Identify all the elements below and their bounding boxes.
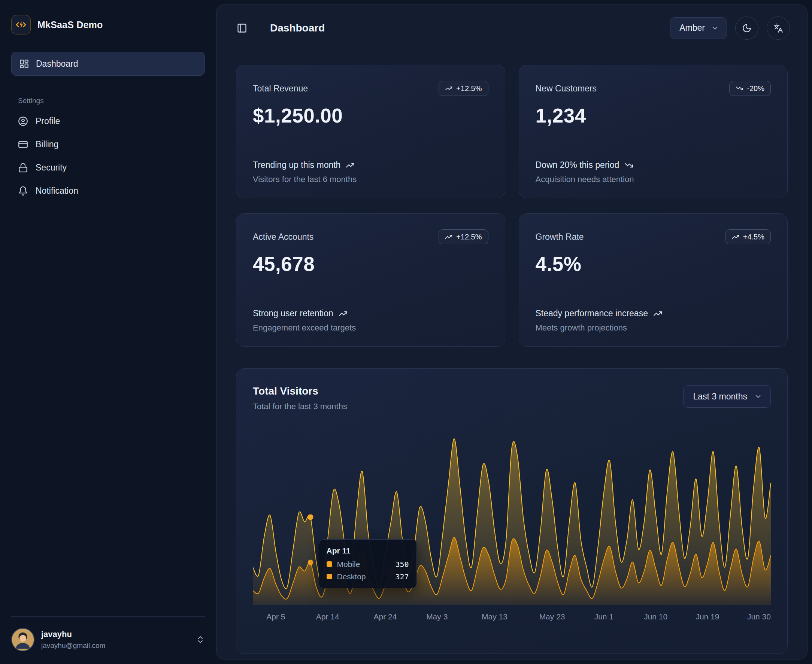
divider — [260, 22, 260, 34]
stat-trend-text: Down 20% this period — [536, 160, 619, 170]
trend-badge: +12.5% — [438, 229, 488, 244]
trending-down-icon — [736, 85, 743, 92]
user-name: javayhu — [41, 629, 105, 640]
sidebar-item-label: Dashboard — [36, 59, 78, 69]
stat-trend-text: Steady performance increase — [536, 308, 648, 319]
sidebar: MkSaaS Demo Dashboard Settings Profile B… — [0, 0, 216, 664]
badge-value: -20% — [747, 84, 765, 93]
time-range-value: Last 3 months — [693, 392, 747, 402]
trending-down-icon — [624, 161, 633, 170]
stat-trend-text: Strong user retention — [253, 308, 333, 319]
avatar — [11, 628, 34, 651]
bell-icon — [18, 186, 28, 196]
sidebar-toggle-button[interactable] — [234, 20, 250, 36]
trend-badge: -20% — [729, 81, 771, 96]
x-axis-label: Jun 19 — [695, 612, 719, 621]
sidebar-item-label: Security — [36, 163, 67, 173]
sidebar-item-security[interactable]: Security — [11, 156, 205, 179]
panel-left-icon — [237, 23, 247, 33]
moon-icon — [742, 23, 752, 33]
stat-value: 1,234 — [536, 104, 771, 127]
x-axis-label: Jun 1 — [594, 612, 614, 621]
stat-card-active-accounts: Active Accounts +12.5% 45,678 Strong use… — [236, 213, 505, 347]
x-axis-label: May 3 — [426, 612, 448, 621]
x-axis-label: Apr 14 — [316, 612, 339, 621]
theme-select[interactable]: Amber — [670, 17, 727, 39]
sidebar-section-settings: Settings — [18, 97, 205, 105]
x-axis-label: May 13 — [482, 612, 508, 621]
stats-grid: Total Revenue +12.5% $1,250.00 Trending … — [236, 65, 788, 347]
app-logo-row: MkSaaS Demo — [11, 15, 205, 34]
main-header: Dashboard Amber — [216, 5, 807, 51]
user-email: javayhu@gmail.com — [41, 641, 105, 650]
badge-value: +4.5% — [743, 233, 765, 241]
languages-icon — [773, 23, 783, 33]
x-axis-label: May 23 — [539, 612, 565, 621]
x-axis-label: Jun 10 — [644, 612, 667, 621]
stat-card-growth-rate: Growth Rate +4.5% 4.5% Steady performanc… — [519, 213, 788, 347]
chart-subtitle: Total for the last 3 months — [253, 402, 347, 412]
dashboard-icon — [19, 59, 29, 69]
theme-select-value: Amber — [679, 23, 705, 33]
time-range-select[interactable]: Last 3 months — [683, 385, 771, 408]
chart-canvas — [253, 436, 771, 605]
x-axis-label: Apr 24 — [374, 612, 397, 621]
trending-up-icon — [346, 161, 355, 170]
stat-title: New Customers — [536, 83, 597, 94]
x-axis-label: Jun 30 — [747, 612, 771, 621]
language-button[interactable] — [767, 16, 790, 40]
stat-card-total-revenue: Total Revenue +12.5% $1,250.00 Trending … — [236, 65, 505, 198]
stat-title: Total Revenue — [253, 83, 308, 94]
sidebar-item-dashboard[interactable]: Dashboard — [11, 52, 205, 76]
chevrons-up-down-icon — [196, 635, 205, 644]
app-title: MkSaaS Demo — [37, 20, 103, 30]
user-menu[interactable]: javayhu javayhu@gmail.com — [11, 628, 205, 651]
app-logo-icon — [11, 15, 31, 34]
header-actions: Amber — [670, 16, 790, 40]
x-axis: Apr 5 Apr 14 Apr 24 May 3 May 13 May 23 … — [253, 612, 771, 625]
chevron-down-icon — [754, 392, 762, 400]
stat-subtext: Acquisition needs attention — [536, 175, 771, 184]
sidebar-item-profile[interactable]: Profile — [11, 109, 205, 133]
credit-card-icon — [18, 139, 28, 150]
badge-value: +12.5% — [456, 233, 482, 241]
sidebar-item-label: Notification — [36, 186, 78, 196]
stat-value: $1,250.00 — [253, 104, 489, 127]
total-visitors-card: Total Visitors Total for the last 3 mont… — [236, 368, 788, 654]
badge-value: +12.5% — [456, 84, 482, 93]
sidebar-footer: javayhu javayhu@gmail.com — [11, 617, 205, 651]
dark-mode-button[interactable] — [735, 16, 758, 40]
page-title: Dashboard — [270, 22, 325, 34]
stat-subtext: Visitors for the last 6 months — [253, 175, 489, 184]
x-axis-label: Apr 5 — [266, 612, 285, 621]
lock-icon — [18, 163, 28, 173]
chevron-down-icon — [711, 24, 719, 32]
trending-up-icon — [445, 85, 452, 92]
sidebar-item-label: Profile — [36, 116, 60, 126]
sidebar-item-label: Billing — [36, 139, 58, 150]
stat-card-new-customers: New Customers -20% 1,234 Down 20% this p… — [519, 65, 788, 198]
trending-up-icon — [445, 233, 452, 241]
user-icon — [18, 116, 28, 126]
trend-badge: +4.5% — [726, 229, 771, 244]
trending-up-icon — [653, 309, 662, 318]
stat-subtext: Meets growth projections — [536, 323, 771, 333]
chart-title: Total Visitors — [253, 385, 347, 397]
divider — [11, 617, 205, 617]
stat-subtext: Engagement exceed targets — [253, 323, 489, 333]
stat-title: Active Accounts — [253, 232, 313, 242]
stat-title: Growth Rate — [536, 232, 584, 242]
visitors-area-chart[interactable]: Apr 11 Mobile 350 Desktop 327 — [253, 436, 771, 605]
stat-trend-text: Trending up this month — [253, 160, 341, 170]
trend-badge: +12.5% — [438, 81, 488, 96]
trending-up-icon — [339, 309, 348, 318]
sidebar-item-notification[interactable]: Notification — [11, 179, 205, 202]
dashboard-content: Total Revenue +12.5% $1,250.00 Trending … — [216, 51, 807, 654]
stat-value: 4.5% — [536, 252, 771, 275]
sidebar-item-billing[interactable]: Billing — [11, 133, 205, 156]
main-panel: Dashboard Amber — [216, 5, 807, 659]
trending-up-icon — [732, 233, 739, 241]
stat-value: 45,678 — [253, 252, 489, 275]
